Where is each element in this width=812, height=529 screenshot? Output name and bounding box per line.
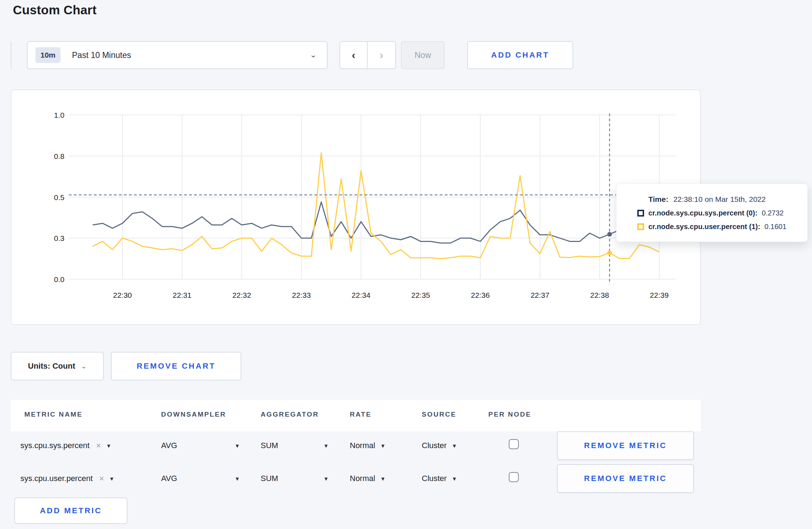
table-row: sys.cpu.sys.percent × ▼ AVG ▼ SUM ▼ Norm… — [0, 431, 812, 460]
chevron-down-icon: ▼ — [235, 476, 240, 482]
tooltip-time-value: 22:38:10 on Mar 15th, 2022 — [673, 195, 766, 204]
svg-text:22:31: 22:31 — [173, 291, 192, 299]
chevron-down-icon: ⌄ — [81, 363, 87, 369]
per-node-checkbox[interactable] — [509, 439, 519, 449]
chart-card[interactable]: 0.00.30.50.81.022:3022:3122:3222:3322:34… — [11, 89, 701, 325]
clear-metric-icon[interactable]: × — [99, 474, 104, 484]
metrics-table-header: METRIC NAME DOWNSAMPLER AGGREGATOR RATE … — [11, 400, 701, 431]
col-header-downsampler: DOWNSAMPLER — [161, 411, 226, 418]
downsampler-select[interactable]: AVG ▼ — [161, 464, 240, 493]
col-header-per-node: PER NODE — [488, 411, 531, 418]
tooltip-series-value: 0.1601 — [764, 223, 786, 231]
svg-text:1.0: 1.0 — [54, 111, 64, 119]
col-header-source: SOURCE — [422, 411, 456, 418]
source-select[interactable]: Cluster ▼ — [422, 464, 457, 493]
per-node-checkbox[interactable] — [509, 472, 519, 482]
col-header-metric-name: METRIC NAME — [24, 411, 83, 418]
time-nav-group: ‹ › — [339, 41, 396, 69]
svg-text:22:30: 22:30 — [113, 291, 132, 299]
toolbar-left-divider — [11, 41, 11, 69]
remove-chart-label: REMOVE CHART — [137, 361, 216, 371]
series-swatch-sys-percent — [637, 210, 644, 217]
svg-text:22:35: 22:35 — [411, 291, 430, 299]
time-range-label: Past 10 Minutes — [72, 50, 131, 60]
add-metric-label: ADD METRIC — [40, 506, 102, 515]
add-chart-label: ADD CHART — [491, 50, 549, 60]
rate-value: Normal — [350, 474, 375, 483]
tooltip-series-label: cr.node.sys.cpu.user.percent (1): — [648, 223, 760, 231]
svg-text:0.5: 0.5 — [54, 193, 64, 202]
chevron-down-icon: ▼ — [109, 476, 115, 482]
toolbar: 10m Past 10 Minutes ⌄ ‹ › Now ADD CHART — [11, 41, 798, 69]
svg-text:22:32: 22:32 — [232, 291, 251, 299]
chevron-down-icon: ⌄ — [310, 51, 317, 59]
add-chart-button[interactable]: ADD CHART — [467, 41, 573, 69]
clear-metric-icon[interactable]: × — [96, 441, 101, 451]
remove-metric-button[interactable]: REMOVE METRIC — [557, 431, 694, 460]
add-metric-button[interactable]: ADD METRIC — [14, 498, 127, 524]
units-select[interactable]: Units: Count ⌄ — [11, 352, 104, 380]
remove-metric-label: REMOVE METRIC — [584, 474, 667, 483]
metric-name-value: sys.cpu.user.percent — [20, 474, 93, 483]
page-title: Custom Chart — [13, 3, 97, 17]
tooltip-time-label: Time: — [648, 195, 668, 204]
next-interval-button[interactable]: › — [368, 42, 395, 68]
tooltip-series-value: 0.2732 — [762, 209, 784, 217]
rate-select[interactable]: Normal ▼ — [350, 464, 386, 493]
now-button[interactable]: Now — [401, 41, 445, 69]
time-range-badge: 10m — [35, 47, 61, 63]
svg-text:22:37: 22:37 — [531, 291, 550, 299]
metric-name-select[interactable]: sys.cpu.user.percent × ▼ — [20, 464, 115, 493]
remove-chart-button[interactable]: REMOVE CHART — [111, 352, 241, 380]
downsampler-value: AVG — [161, 441, 177, 450]
remove-metric-label: REMOVE METRIC — [584, 441, 667, 450]
col-header-aggregator: AGGREGATOR — [261, 411, 319, 418]
metric-name-select[interactable]: sys.cpu.sys.percent × ▼ — [20, 431, 111, 460]
units-label: Units: Count — [28, 361, 75, 371]
table-row: sys.cpu.user.percent × ▼ AVG ▼ SUM ▼ Nor… — [0, 464, 812, 493]
remove-metric-button[interactable]: REMOVE METRIC — [557, 464, 694, 493]
series-swatch-user-percent — [637, 223, 644, 230]
tooltip-series-label: cr.node.sys.cpu.sys.percent (0): — [648, 209, 758, 217]
chevron-down-icon: ▼ — [323, 443, 329, 449]
downsampler-value: AVG — [161, 474, 177, 483]
prev-interval-button[interactable]: ‹ — [340, 42, 368, 68]
svg-text:0.3: 0.3 — [54, 234, 64, 242]
source-value: Cluster — [422, 474, 447, 483]
aggregator-select[interactable]: SUM ▼ — [261, 431, 329, 460]
timeseries-chart: 0.00.30.50.81.022:3022:3122:3222:3322:34… — [11, 90, 701, 326]
svg-text:22:38: 22:38 — [590, 291, 609, 299]
aggregator-value: SUM — [261, 474, 278, 483]
svg-text:0.0: 0.0 — [54, 275, 64, 283]
chevron-down-icon: ▼ — [106, 443, 111, 449]
col-header-rate: RATE — [350, 411, 372, 418]
time-range-select[interactable]: 10m Past 10 Minutes ⌄ — [27, 41, 328, 69]
aggregator-select[interactable]: SUM ▼ — [261, 464, 329, 493]
svg-text:22:33: 22:33 — [292, 291, 311, 299]
chevron-down-icon: ▼ — [323, 476, 329, 482]
svg-text:22:34: 22:34 — [352, 291, 371, 299]
aggregator-value: SUM — [261, 441, 278, 450]
chevron-down-icon: ▼ — [452, 443, 457, 449]
source-select[interactable]: Cluster ▼ — [422, 431, 457, 460]
svg-text:22:36: 22:36 — [471, 291, 490, 299]
chevron-down-icon: ▼ — [452, 476, 457, 482]
chevron-down-icon: ▼ — [380, 476, 386, 482]
downsampler-select[interactable]: AVG ▼ — [161, 431, 240, 460]
rate-value: Normal — [350, 441, 375, 450]
chart-hover-tooltip: Time: 22:38:10 on Mar 15th, 2022 cr.node… — [616, 184, 808, 242]
chevron-down-icon: ▼ — [235, 443, 240, 449]
chevron-down-icon: ▼ — [380, 443, 386, 449]
svg-text:22:39: 22:39 — [650, 291, 669, 299]
rate-select[interactable]: Normal ▼ — [350, 431, 386, 460]
svg-text:0.8: 0.8 — [54, 152, 64, 160]
source-value: Cluster — [422, 441, 447, 450]
metric-name-value: sys.cpu.sys.percent — [20, 441, 90, 450]
